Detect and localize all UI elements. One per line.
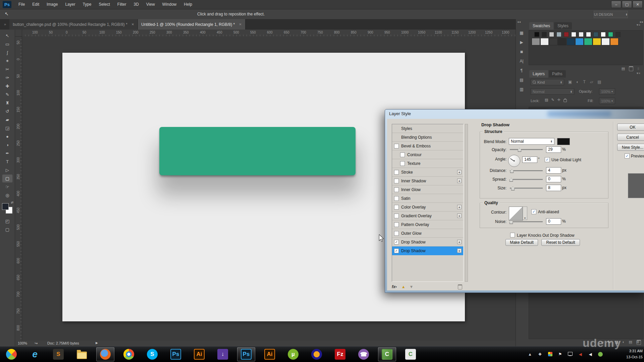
style-list-item[interactable]: Drop Shadow + <box>392 246 463 255</box>
collapsed-panel-icon[interactable]: ▤ <box>520 78 523 82</box>
layer-filter-icon[interactable]: T <box>583 80 586 84</box>
tool-button[interactable]: ♜ <box>2 99 13 107</box>
delete-effect-icon[interactable] <box>458 284 462 289</box>
tool-button[interactable]: ◎ <box>2 191 13 199</box>
style-list-item[interactable]: Styles + <box>392 124 463 133</box>
taskbar-app-button[interactable]: Ps <box>237 347 255 361</box>
add-effect-icon[interactable]: + <box>457 248 462 253</box>
style-list-item[interactable]: Color Overlay + <box>392 203 463 212</box>
tool-button[interactable]: ✂ <box>2 65 13 74</box>
color-swatch[interactable] <box>542 32 547 37</box>
taskbar-app-button[interactable]: C <box>401 347 420 361</box>
rounded-rectangle-shape[interactable] <box>159 127 356 175</box>
spread-value-field[interactable]: 0 <box>546 176 561 182</box>
workspace-switcher[interactable]: UI DESIGN ▲▼ <box>594 11 628 18</box>
delete-swatch-icon[interactable] <box>629 66 633 71</box>
noise-slider[interactable] <box>510 220 543 224</box>
foreground-color-chip[interactable] <box>2 203 9 210</box>
color-swatch[interactable] <box>601 38 610 45</box>
color-swatch[interactable] <box>564 32 569 37</box>
menu-item[interactable]: Layer <box>61 0 79 9</box>
preview-checkbox[interactable]: ✓ <box>625 153 630 159</box>
taskbar-app-button[interactable]: C <box>378 347 396 361</box>
size-value-field[interactable]: 8 <box>546 185 561 191</box>
noise-value-field[interactable]: 0 <box>546 218 561 225</box>
style-list-item[interactable]: Bevel & Emboss + <box>392 142 463 150</box>
tray-icon[interactable] <box>566 352 574 357</box>
menu-item[interactable]: File <box>15 0 29 9</box>
move-tool-options-icon[interactable]: ↖ <box>5 11 9 16</box>
color-swatch[interactable] <box>601 32 606 37</box>
menu-item[interactable]: Type <box>79 0 95 9</box>
collapsed-panel-icon[interactable]: ▥ <box>520 87 523 92</box>
use-global-light-checkbox[interactable]: ✓ <box>545 157 550 162</box>
style-checkbox[interactable] <box>394 222 399 227</box>
style-list-item[interactable]: Texture + <box>392 159 463 168</box>
opacity-value-field[interactable]: 29 <box>546 146 561 153</box>
contour-dropdown-icon[interactable]: ▾ <box>523 207 527 220</box>
tool-button[interactable]: ✎ <box>2 90 13 99</box>
lock-option-icon[interactable]: ▨ <box>545 98 548 102</box>
layers-bar-icon[interactable]: ▤ <box>629 340 632 344</box>
document-tab[interactable]: Untitled-1 @ 100% (Rounded Rectangle 1, … <box>138 19 245 30</box>
tool-button[interactable]: ▢ <box>2 174 13 183</box>
color-swatch[interactable] <box>579 32 584 37</box>
panel-tab[interactable]: Swatches <box>529 22 553 30</box>
taskbar-app-button[interactable]: µ <box>284 347 302 361</box>
menu-item[interactable]: Filter <box>114 0 130 9</box>
collapsed-panel-icon[interactable]: A| <box>520 59 523 63</box>
shadow-blend-mode-select[interactable]: Normal ▲▼ <box>509 138 554 145</box>
color-swatch[interactable] <box>584 38 592 45</box>
collapsed-panel-icon[interactable]: ¶ <box>521 68 523 73</box>
tool-button[interactable]: ✒ <box>2 149 13 157</box>
anti-aliased-checkbox[interactable]: ✓ <box>531 209 536 214</box>
vertical-ruler[interactable]: 5005010015020025030035040045050055060065… <box>15 36 22 346</box>
foreground-background-colors[interactable]: ⇄ <box>2 203 13 214</box>
tool-button[interactable]: ▰ <box>2 116 13 124</box>
size-slider[interactable] <box>510 186 543 190</box>
distance-value-field[interactable]: 4 <box>546 167 561 174</box>
status-expand-icon[interactable]: ▶ <box>96 341 98 345</box>
style-list-item[interactable]: Stroke + <box>392 168 463 177</box>
color-swatch[interactable] <box>549 38 557 45</box>
style-checkbox[interactable] <box>394 187 399 192</box>
tool-button[interactable]: ● <box>2 132 13 141</box>
make-default-button[interactable]: Make Default <box>505 239 538 246</box>
panel-tab[interactable]: Layers <box>529 70 548 78</box>
contour-thumbnail[interactable] <box>509 207 523 221</box>
color-swatch[interactable] <box>615 32 621 37</box>
style-checkbox[interactable] <box>394 196 399 201</box>
color-swatch[interactable] <box>558 38 566 45</box>
style-checkbox[interactable] <box>394 144 399 148</box>
layer-filter-icon[interactable]: ▱ <box>590 80 593 84</box>
taskbar-app-button[interactable]: Ai <box>261 347 279 361</box>
style-list-item[interactable]: Inner Shadow + <box>392 177 463 185</box>
style-checkbox[interactable] <box>400 161 405 166</box>
layer-filter-icon[interactable]: ◐ <box>576 80 579 84</box>
style-list-item[interactable]: Contour + <box>392 150 463 159</box>
add-effect-icon[interactable]: + <box>457 170 462 174</box>
menu-item[interactable]: Help <box>180 0 196 9</box>
distance-slider[interactable] <box>510 169 543 173</box>
window-control-button[interactable]: ✕ <box>633 1 643 8</box>
tray-icon[interactable]: ⚑ <box>556 352 564 357</box>
tool-button[interactable]: ▷ <box>2 166 13 174</box>
tool-button[interactable]: ✚ <box>2 82 13 90</box>
tool-button[interactable]: ✑ <box>2 74 13 82</box>
tool-button[interactable]: ▭ <box>2 40 13 48</box>
menu-item[interactable]: Image <box>43 0 61 9</box>
ok-button[interactable]: OK <box>617 124 644 131</box>
fx-icon[interactable]: fx <box>392 284 395 289</box>
color-swatch[interactable] <box>534 32 539 37</box>
style-checkbox[interactable] <box>394 205 399 210</box>
layer-filter-icon[interactable]: ▤ <box>597 80 601 84</box>
style-list-item[interactable]: Inner Glow + <box>392 185 463 194</box>
taskbar-app-button[interactable] <box>96 347 114 361</box>
color-swatch[interactable] <box>571 32 576 37</box>
taskbar-app-button[interactable]: Ai <box>190 347 208 361</box>
color-swatch[interactable] <box>567 38 575 45</box>
tool-button[interactable]: ☞ <box>2 183 13 191</box>
tool-button[interactable]: T <box>2 157 13 166</box>
tool-button[interactable]: ↖ <box>2 32 13 40</box>
opacity-value-box[interactable]: 100% ▼ <box>599 88 615 95</box>
